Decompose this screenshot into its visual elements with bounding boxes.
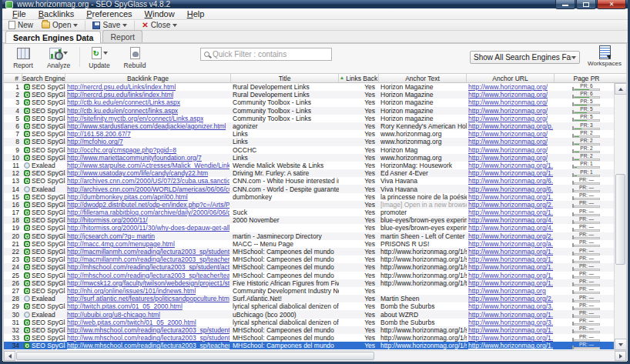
anchor-url-link[interactable]: http://www.horizonmag.org/4... [468,216,553,224]
anchor-url-link[interactable]: http://www.horizonmag.org/2... [468,295,553,302]
anchor-url-link[interactable]: http://www.horizonmag.org/ [468,146,548,154]
anchor-url-link[interactable]: http://www.horizonmag.org/ [468,107,548,115]
column-header-page-pr[interactable]: Page PR [555,74,618,82]
backlink-page-link[interactable]: http://archives.cnn.com/2000/US/07/23/cu… [67,177,230,185]
backlink-page-link[interactable]: http://mwcsk12.org/faculty/twilson/webde… [67,279,230,287]
table-row[interactable]: 5 SEO SpyGla... http://sitefinity.myctb.… [4,115,626,122]
anchor-url-link[interactable]: http://www.horizonmag.org/a... [468,240,553,248]
table-row[interactable]: 29 SEO SpyGla... http://twitch.pitas.com… [4,302,626,310]
report-button[interactable]: Report [8,45,38,69]
scroll-down-button[interactable] [615,339,627,350]
backlink-page-link[interactable]: http://dumbmonkey.pitas.com/april00.html [67,193,188,201]
backlink-page-link[interactable]: http://macc.4mg.com/menupage.html [67,240,175,248]
table-row[interactable]: 11 Exalead http://www.starpulse.com/Actr… [4,162,626,169]
table-row[interactable]: 32 SEO SpyGla... http://ww.mhschool.com/… [4,326,626,334]
anchor-url-link[interactable]: http://www.horizonmag.org/1... [468,342,553,349]
column-header-anchor-text[interactable]: Anchor Text [379,74,467,82]
anchor-url-link[interactable]: http://www.horizonmag.org/1... [468,263,553,271]
analyze-button[interactable]: Analyze [44,45,73,69]
backlink-page-link[interactable]: http://ctb.ku.edu/en/connect/Links.aspx [67,99,180,106]
column-header-num[interactable]: # [4,74,22,82]
anchor-url-link[interactable]: http://www.horizonmag.org/1... [468,193,553,201]
backlink-page-link[interactable]: http://ww.mhschool.com/reading/lectura20… [67,342,230,349]
backlink-page-link[interactable]: http://surf.atlantic.net/features/politi… [67,295,230,302]
table-row[interactable]: 14 Exalead http://archives.cnn.com/2000/… [4,185,626,192]
anchor-url-link[interactable]: http://www.horizonmag.org/ [468,83,548,91]
minimize-button[interactable] [555,0,575,9]
scroll-left-button[interactable] [4,351,15,361]
backlink-page-link[interactable]: http://jcsearch.com/?q= martin [67,232,155,240]
table-row[interactable]: 16 SEO SpyGla... http://dwodp2.distribut… [4,201,626,209]
backlink-page-link[interactable]: http://sitefinity.myctb.org/en/connect/L… [67,115,203,122]
table-row[interactable]: 27 SEO SpyGla... http://nhi.org/online/i… [4,287,626,295]
anchor-url-link[interactable]: http://www.horizonmag.org [468,287,546,295]
menu-file[interactable]: File [7,8,32,19]
table-row[interactable]: 25 SEO SpyGla... http://mhschool.com/rea… [4,272,626,279]
backlink-page-link[interactable]: http://hitormiss.org/2000/11/ [67,216,148,224]
backlink-page-link[interactable]: http://nhi.org/online/issues/101/indnews… [67,287,196,295]
anchor-url-link[interactable]: http://www.horizonmag.org/1... [468,279,553,287]
anchor-url-link[interactable]: http://www.horizonmag.org/6... [468,185,553,193]
anchor-url-link[interactable]: http://www.horizonmag.org/1... [468,311,553,319]
scroll-up-button[interactable] [615,83,627,95]
update-button[interactable]: ↻ Update [85,45,114,69]
table-row[interactable]: 22 SEO SpyGla... http://macmillanmh.com/… [4,248,626,255]
factors-dropdown[interactable]: Show All Search Engines Factors [470,51,580,64]
backlink-page-link[interactable]: http://www.usatoday.com/life/candy/candy… [67,169,208,177]
menu-help[interactable]: Help [182,8,210,19]
tab-report[interactable]: Report [102,30,142,42]
backlink-page-link[interactable]: http://mhschool.com/reading/lectura2003_… [67,263,230,271]
anchor-url-link[interactable]: http://www.horizonmag.org/1... [468,209,553,216]
table-row[interactable]: 4 SEO SpyGla... http://ctb.ku.edu/en/con… [4,107,626,115]
open-dropdown-icon[interactable] [73,24,78,27]
anchor-url-link[interactable]: http://www.horizonmag.org/3... [468,319,553,326]
anchor-url-link[interactable]: http://www.horizonmag.org/1... [468,326,553,334]
column-header-search-engine[interactable]: Search Engine [22,74,65,82]
rebuild-button[interactable]: Rebuild [120,45,149,69]
vertical-scrollbar[interactable] [614,83,626,350]
column-header-anchor-url[interactable]: Anchor URL [467,74,555,82]
backlink-page-link[interactable]: http://mhschool.com/reading/lectura2003_… [67,272,230,279]
anchor-url-link[interactable]: http://www.horizonmag.org/1... [468,255,553,263]
backlink-page-link[interactable]: http://ctb.ku.edu/en/connect/links.aspx [67,107,178,115]
table-row[interactable]: 26 SEO SpyGla... http://mwcsk12.org/facu… [4,279,626,287]
column-header-title[interactable]: Title [231,74,339,82]
anchor-url-link[interactable]: http://www.horizonmag.org/1... [468,334,553,342]
anchor-url-link[interactable]: http://www.horizonmag.org/1... [468,272,553,279]
title-bar[interactable]: www.horizonmag.org - SEO SpyGlass v4.8.2… [2,0,628,8]
table-row[interactable]: 6 SEO SpyGla... http://www.stardustlanes… [4,122,626,130]
anchor-url-link[interactable]: http://www.horizonmag.org/ [468,138,548,145]
menu-preferences[interactable]: Preferences [81,8,137,19]
anchor-url-link[interactable]: http://www.horizonmag.org/2... [468,232,553,240]
backlink-page-link[interactable]: http://hitormiss.org/2000/11/30/why-does… [67,224,230,232]
backlink-page-link[interactable]: http://dwodp2.distributel.net/odp-en/ind… [67,201,230,209]
backlink-page-link[interactable]: http://macmillanmh.com/reading/lectura20… [67,255,230,263]
table-row[interactable]: 33 SEO SpyGla... http://ww.mhschool.com/… [4,334,626,342]
backlink-page-link[interactable]: http://macmillanmh.com/reading/lectura20… [67,248,230,255]
quick-filter-input[interactable]: Quick Filter : contains [200,48,332,61]
anchor-url-link[interactable]: http://www.horizonmag.org/4... [468,224,553,232]
backlink-page-link[interactable]: http://ubuibi.org/u8-chicago.html [67,311,160,319]
table-row[interactable]: 12 SEO SpyGla... http://www.usatoday.com… [4,169,626,177]
anchor-url-link[interactable]: http://www.horizonmag.org/1... [468,162,553,169]
table-row[interactable]: 19 SEO SpyGla... http://hitormiss.org/20… [4,224,626,232]
table-row[interactable]: 30 Exalead http://ubuibi.org/u8-chicago.… [4,310,626,318]
backlink-page-link[interactable]: http://www.stardustlanes.com/deadjackie/… [67,122,226,130]
backlink-page-link[interactable]: http://fillerama.rabbitblog.com/archive/… [67,209,230,216]
anchor-url-link[interactable]: http://www.horizonmag.org/ [468,91,548,99]
table-row[interactable]: 34 SEO SpyGla... http://ww.mhschool.com/… [4,342,626,349]
table-row[interactable]: 2 SEO SpyGla... http://nercrd.psu.edu/li… [4,91,626,99]
table-row[interactable]: 10 SEO SpyGla... http://www.mariettacomm… [4,154,626,162]
table-row[interactable]: 13 SEO SpyGla... http://archives.cnn.com… [4,177,626,185]
table-row[interactable]: 9 SEO SpyGla... http://occhc.org/cmspage… [4,146,626,154]
table-row[interactable]: 31 SEO SpyGla... http://web.pitas.com/tw… [4,319,626,326]
menu-window[interactable]: Window [139,8,180,19]
anchor-url-link[interactable]: http://www.horizonmag.org/p... [468,122,553,130]
save-dropdown-icon[interactable] [122,24,127,27]
table-row[interactable]: 20 SEO SpyGla... http://jcsearch.com/?q=… [4,232,626,240]
workspaces-button[interactable]: Workspaces [586,45,623,67]
column-header-backlink-page[interactable]: Backlink Page [65,74,231,82]
backlink-page-link[interactable]: http://nercrd.psu.edu/Links/index.html [67,83,176,91]
backlink-page-link[interactable]: http://ww.mhschool.com/reading/lectura20… [67,334,230,342]
table-row[interactable]: 23 SEO SpyGla... http://macmillanmh.com/… [4,255,626,263]
